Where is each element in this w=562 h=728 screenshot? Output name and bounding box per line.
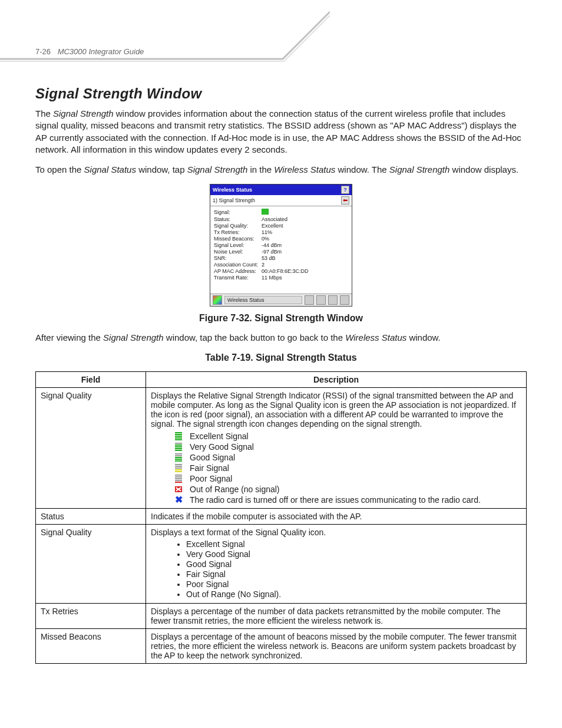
table-caption: Table 7-19. Signal Strength Status [35,353,527,363]
mock-key: Transmit Rate: [214,275,262,281]
paragraph-after-figure: After viewing the Signal Strength window… [35,332,527,344]
mock-value: -44 dBm [262,242,312,249]
list-item: Excellent Signal [186,539,521,549]
list-item: Poor Signal [186,579,521,589]
back-arrow-icon[interactable]: ⬅ [341,196,349,205]
cell-description: Displays a text format of the Signal Qua… [146,524,527,603]
mock-key: Noise Level: [214,249,262,255]
mock-value: 00:A0:F8:6E:3C:DD [262,268,312,275]
mock-titlebar: Wireless Status ? [210,185,352,195]
tray-icon[interactable] [305,295,314,305]
section-heading: Signal Strength Window [35,85,527,102]
mock-key: Missed Beacons: [214,236,262,242]
list-item: Fair Signal [186,569,521,579]
signal-level-icon [262,209,269,215]
tray-icon[interactable] [316,295,326,305]
mock-key: SNR: [214,255,262,262]
running-header: 7-26 MC3000 Integrator Guide [35,47,527,56]
mock-subtitle: 1) Signal Strength [213,197,255,203]
list-item: Very Good Signal [186,549,521,559]
mock-subheader: 1) Signal Strength ⬅ [210,195,352,206]
cell-field: Signal Quality [36,524,146,603]
tray-icon[interactable] [328,295,338,305]
list-item: Good Signal [186,559,521,569]
signal-good-icon [174,453,183,462]
intro-paragraph-1: The Signal Strength window provides info… [35,108,527,156]
intro-paragraph-2: To open the Signal Status window, tap Si… [35,164,527,176]
cell-description: Displays a percentage of the number of d… [146,603,527,628]
signal-strength-table: Field Description Signal Quality Display… [35,371,527,664]
table-row: Status Indicates if the mobile computer … [36,508,527,524]
signal-excellent-icon [174,432,183,440]
mock-key: Status: [214,216,262,223]
mock-key: Signal: [214,209,262,216]
signal-fair-icon [174,464,183,472]
mock-key: Signal Quality: [214,223,262,229]
table-row: Signal Quality Displays a text format of… [36,524,527,603]
mock-value: Associated [262,216,312,223]
tray-icon[interactable] [340,295,349,305]
mock-window: Wireless Status ? 1) Signal Strength ⬅ S… [210,184,352,307]
signal-verygood-icon [174,443,183,451]
signal-icon-legend: Excellent Signal Very Good Signal Good S… [151,431,521,505]
signal-text-list: Excellent Signal Very Good Signal Good S… [186,539,521,599]
mock-value: -97 dBm [262,249,312,255]
page: 7-26 MC3000 Integrator Guide Signal Stre… [0,0,562,699]
table-row: Tx Retries Displays a percentage of the … [36,603,527,628]
figure-wrapper: Wireless Status ? 1) Signal Strength ⬅ S… [35,184,527,307]
radio-off-icon: ✖ [174,496,183,504]
signal-poor-icon [174,475,183,483]
mock-value: Excellent [262,223,312,229]
signal-none-icon [174,486,183,492]
mock-value: 11% [262,229,312,236]
taskbar-app-label[interactable]: Wireless Status [224,296,302,304]
cell-field: Tx Retries [36,603,146,628]
mock-value: 2 [262,262,312,268]
mock-value [262,209,312,216]
mock-value: 53 dB [262,255,312,262]
mock-kv-table: Signal:Status:AssociatedSignal Quality:E… [214,209,312,281]
cell-field: Missed Beacons [36,628,146,663]
col-field: Field [36,371,146,387]
mock-key: Tx Retries: [214,229,262,236]
figure-caption: Figure 7-32. Signal Strength Window [35,313,527,324]
list-item: Out of Range (No Signal). [186,589,521,599]
mock-key: Association Count: [214,262,262,268]
mock-key: AP MAC Address: [214,268,262,275]
guide-title: MC3000 Integrator Guide [58,47,144,56]
page-number: 7-26 [35,47,51,56]
mock-taskbar: Wireless Status [210,294,352,306]
mock-body: Signal:Status:AssociatedSignal Quality:E… [210,206,352,294]
help-icon[interactable]: ? [341,186,349,194]
cell-description: Displays a percentage of the amount of b… [146,628,527,663]
cell-description: Indicates if the mobile computer is asso… [146,508,527,524]
table-row: Missed Beacons Displays a percentage of … [36,628,527,663]
cell-field: Signal Quality [36,387,146,508]
mock-value: 11 Mbps [262,275,312,281]
table-row: Signal Quality Displays the Relative Sig… [36,387,527,508]
cell-description: Displays the Relative Signal Strength In… [146,387,527,508]
mock-value: 0% [262,236,312,242]
mock-key: Signal Level: [214,242,262,249]
col-description: Description [146,371,527,387]
start-icon[interactable] [213,295,222,305]
mock-title-text: Wireless Status [213,187,252,193]
cell-field: Status [36,508,146,524]
